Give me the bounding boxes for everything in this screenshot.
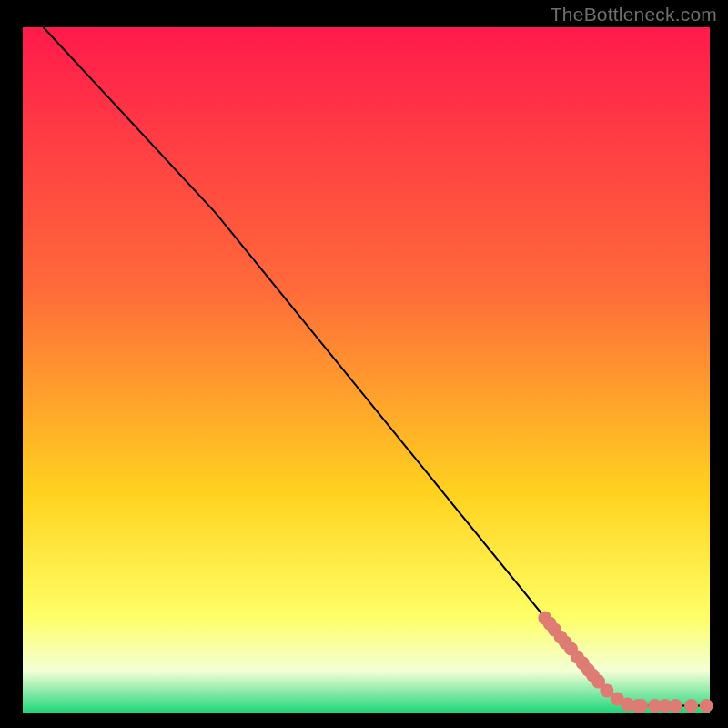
- data-point: [700, 699, 713, 713]
- data-point: [684, 699, 698, 713]
- chart-frame: TheBottleneck.com: [0, 0, 728, 728]
- data-point: [634, 699, 648, 713]
- data-point: [669, 699, 682, 713]
- gradient-background: [23, 27, 710, 713]
- chart-canvas: [0, 0, 728, 728]
